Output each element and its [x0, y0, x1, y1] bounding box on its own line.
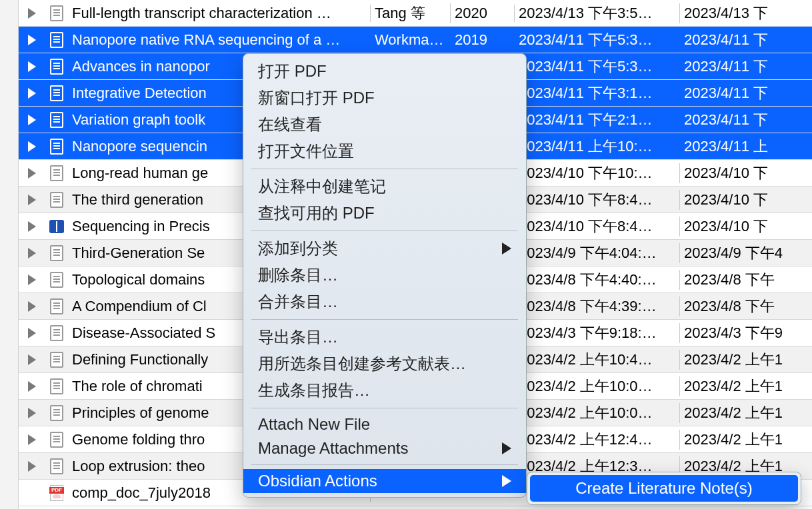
triangle-right-icon: [28, 35, 36, 45]
date-added-cell: 2023/4/9 下午4:04:…: [515, 243, 680, 263]
triangle-right-icon: [28, 168, 36, 179]
expand-toggle[interactable]: [19, 195, 45, 205]
menu-add-to-category[interactable]: 添加到分类: [243, 235, 526, 262]
date-added-cell: 2023/4/2 上午10:0…: [515, 376, 680, 396]
expand-toggle[interactable]: [19, 354, 45, 365]
expand-toggle[interactable]: [19, 328, 45, 338]
item-type-icon-cell: [45, 59, 68, 75]
date-modified-cell: 2023/4/10 下: [680, 163, 812, 183]
table-row[interactable]: Nanopore native RNA sequencing of a …Wor…: [19, 27, 812, 53]
document-icon: [50, 298, 63, 314]
expand-toggle[interactable]: [19, 221, 45, 232]
menu-delete-item[interactable]: 删除条目…: [243, 262, 526, 288]
menu-open-pdf-new-window[interactable]: 新窗口打开 PDF: [243, 85, 526, 111]
date-modified-cell: 2023/4/8 下午: [680, 296, 812, 316]
date-modified-cell: 2023/4/2 上午1: [680, 430, 812, 450]
date-modified-cell: 2023/4/2 上午1: [680, 350, 812, 370]
expand-toggle[interactable]: [19, 141, 45, 152]
date-added-cell: 2023/4/8 下午4:40:…: [515, 270, 680, 290]
expand-toggle[interactable]: [19, 301, 45, 312]
date-modified-cell: 2023/4/11 下: [680, 110, 812, 130]
date-modified-cell: 2023/4/2 上午1: [680, 376, 812, 396]
obsidian-submenu: Create Literature Note(s): [527, 472, 801, 505]
menu-view-online[interactable]: 在线查看: [243, 111, 526, 138]
item-type-icon-cell: [45, 5, 68, 21]
document-icon: [50, 59, 63, 75]
item-type-icon-cell: [45, 458, 68, 474]
submenu-arrow-icon: [502, 243, 511, 254]
expand-toggle[interactable]: [19, 88, 45, 99]
triangle-right-icon: [28, 195, 36, 205]
item-type-icon-cell: [45, 165, 68, 181]
date-added-cell: 2023/4/11 上午10:…: [515, 137, 680, 157]
expand-toggle[interactable]: [19, 248, 45, 258]
expand-toggle[interactable]: [19, 434, 45, 445]
triangle-right-icon: [28, 408, 36, 418]
date-modified-cell: 2023/4/11 下: [680, 30, 812, 50]
submenu-create-literature-note[interactable]: Create Literature Note(s): [530, 475, 798, 502]
date-modified-cell: 2023/4/11 上: [680, 137, 812, 157]
item-type-icon-cell: [45, 85, 68, 101]
date-modified-cell: 2023/4/11 下: [680, 83, 812, 103]
submenu-arrow-icon: [502, 442, 511, 454]
document-icon: [50, 325, 63, 341]
menu-separator: [251, 169, 518, 169]
expand-toggle[interactable]: [19, 8, 45, 19]
triangle-right-icon: [28, 115, 36, 125]
item-type-icon-cell: [45, 112, 68, 128]
expand-toggle[interactable]: [19, 35, 45, 45]
triangle-right-icon: [28, 88, 36, 99]
document-icon: [50, 85, 63, 101]
menu-open-pdf[interactable]: 打开 PDF: [243, 58, 526, 85]
document-icon: [50, 458, 63, 474]
menu-separator: [251, 464, 518, 465]
menu-attach-new-file[interactable]: Attach New File: [243, 412, 526, 436]
menu-obsidian-actions[interactable]: Obsidian Actions: [243, 469, 526, 493]
expand-toggle[interactable]: [19, 274, 45, 285]
date-modified-cell: 2023/4/13 下: [680, 3, 812, 23]
date-modified-cell: 2023/4/2 上午1: [680, 403, 812, 423]
triangle-right-icon: [28, 381, 36, 392]
date-modified-cell: 2023/4/11 下: [680, 57, 812, 77]
item-type-icon-cell: [45, 298, 68, 314]
menu-find-available-pdf[interactable]: 查找可用的 PDF: [243, 200, 526, 227]
item-type-icon-cell: [45, 378, 68, 394]
document-icon: [50, 378, 63, 394]
item-type-icon-cell: [45, 192, 68, 208]
triangle-right-icon: [28, 61, 36, 72]
expand-toggle[interactable]: [19, 381, 45, 392]
date-added-cell: 2023/4/11 下午2:1…: [515, 110, 680, 130]
left-sidebar-stub: [0, 0, 19, 509]
date-modified-cell: 2023/4/3 下午9: [680, 323, 812, 343]
triangle-right-icon: [28, 8, 36, 19]
triangle-right-icon: [28, 354, 36, 365]
expand-toggle[interactable]: [19, 408, 45, 418]
table-row[interactable]: Full-length transcript characterization …: [19, 0, 812, 27]
expand-toggle[interactable]: [19, 168, 45, 179]
item-type-icon-cell: [45, 272, 68, 288]
menu-open-file-location[interactable]: 打开文件位置: [243, 138, 526, 165]
context-menu: 打开 PDF 新窗口打开 PDF 在线查看 打开文件位置 从注释中创建笔记 查找…: [243, 53, 527, 498]
expand-toggle[interactable]: [19, 61, 45, 72]
expand-toggle[interactable]: [19, 461, 45, 472]
date-added-cell: 2023/4/10 下午10:…: [515, 163, 680, 183]
title-cell: Full-length transcript characterization …: [68, 5, 371, 22]
menu-export-item[interactable]: 导出条目…: [243, 324, 526, 350]
date-modified-cell: 2023/4/10 下: [680, 217, 812, 237]
menu-create-bibliography[interactable]: 用所选条目创建参考文献表…: [243, 350, 526, 377]
menu-merge-item[interactable]: 合并条目…: [243, 288, 526, 315]
date-added-cell: 2023/4/8 下午4:39:…: [515, 296, 680, 316]
triangle-right-icon: [28, 434, 36, 445]
document-icon: [50, 112, 63, 128]
triangle-right-icon: [28, 141, 36, 152]
document-icon: [50, 405, 63, 421]
menu-manage-attachments[interactable]: Manage Attachments: [243, 436, 526, 460]
menu-separator: [251, 319, 518, 320]
item-type-icon-cell: [45, 432, 68, 448]
item-type-icon-cell: [45, 485, 68, 501]
document-icon: [50, 192, 63, 208]
expand-toggle[interactable]: [19, 115, 45, 125]
date-added-cell: 2023/4/2 上午12:4…: [515, 430, 680, 450]
menu-create-note-from-annotation[interactable]: 从注释中创建笔记: [243, 173, 526, 200]
menu-generate-report[interactable]: 生成条目报告…: [243, 377, 526, 404]
